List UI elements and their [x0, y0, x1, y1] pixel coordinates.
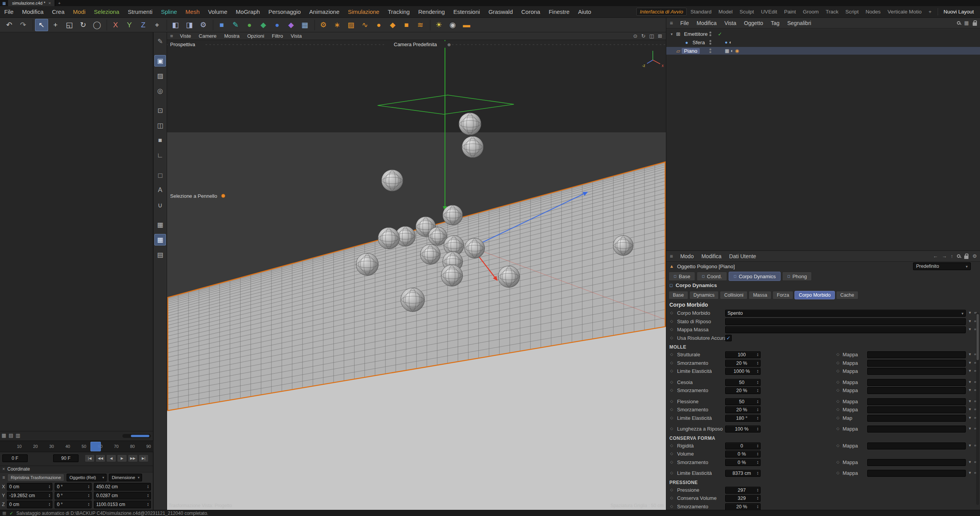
size-input-x[interactable]: 450.02 cm▴▾: [94, 483, 151, 491]
key-diamond-icon[interactable]: ◇: [670, 388, 673, 392]
value-stepper[interactable]: ▴▾: [757, 381, 758, 384]
menu-crea[interactable]: Crea: [48, 6, 69, 17]
value-stepper[interactable]: ▴▾: [88, 485, 89, 489]
value-stepper[interactable]: ▴▾: [757, 427, 758, 431]
viewport-menu-camere[interactable]: Camere: [195, 33, 220, 39]
timeline-playhead[interactable]: [90, 442, 101, 451]
rotate-tool[interactable]: ↻: [77, 19, 90, 31]
sphere-object[interactable]: [420, 244, 440, 264]
expand-icon[interactable]: ▾: [969, 379, 971, 384]
mappa-field[interactable]: [867, 360, 966, 367]
size-input-z[interactable]: 1100.0153 cm▴▾: [94, 501, 151, 508]
particle-emitter-button[interactable]: ∗: [331, 19, 344, 31]
param-input[interactable]: 50▴▾: [725, 379, 761, 386]
object-row-piano[interactable]: ▱Piano▦◐◉: [666, 47, 980, 55]
close-icon[interactable]: ×: [2, 466, 5, 472]
key-diamond-icon[interactable]: ◇: [670, 369, 673, 373]
value-stepper[interactable]: ▴▾: [757, 505, 758, 509]
subtab-massa[interactable]: Massa: [749, 291, 771, 299]
param-checkbox[interactable]: ✓: [725, 335, 732, 341]
live-selection-tool[interactable]: ↖: [35, 19, 48, 31]
redo-icon[interactable]: ↷: [17, 19, 30, 31]
expand-icon[interactable]: ▾: [969, 319, 971, 324]
value-stepper[interactable]: ▴▾: [757, 353, 758, 357]
object-row-sfera[interactable]: ●Sfera●◐: [666, 38, 980, 46]
menu-finestre[interactable]: Finestre: [544, 6, 574, 17]
value-stepper[interactable]: ▴▾: [757, 444, 758, 448]
param-input[interactable]: 20 %▴▾: [725, 406, 761, 413]
layout-sculpt[interactable]: Sculpt: [736, 8, 757, 15]
previous-frame-button[interactable]: ◀: [106, 454, 116, 462]
value-stepper[interactable]: ▴▾: [757, 400, 758, 404]
sphere-object[interactable]: [462, 136, 483, 158]
history-back-icon[interactable]: ←: [933, 253, 938, 259]
expand-icon[interactable]: ▾: [969, 352, 971, 357]
mappa-field[interactable]: [867, 387, 966, 394]
layout-verticale-motio[interactable]: Verticale Motio: [885, 8, 925, 15]
value-stepper[interactable]: ▴▾: [147, 494, 149, 498]
tab-phong[interactable]: ◻Phong: [782, 272, 812, 281]
param-input[interactable]: 0 %▴▾: [725, 459, 761, 466]
volumes-button[interactable]: ▦: [298, 19, 311, 31]
position-input-z[interactable]: 0 cm▴▾: [7, 501, 52, 508]
sphere-object[interactable]: [356, 253, 378, 276]
layout-paint[interactable]: Paint: [781, 8, 799, 15]
position-input-y[interactable]: -19.2652 cm▴▾: [7, 492, 52, 499]
sphere-object[interactable]: [465, 238, 485, 258]
object-row-emettitore[interactable]: ▾⊞Emettitore✓: [666, 30, 980, 38]
deformers-button[interactable]: ◆: [257, 19, 270, 31]
menu-modi[interactable]: Modi: [69, 6, 90, 17]
key-diamond-icon[interactable]: ◇: [836, 399, 840, 403]
key-diamond-icon[interactable]: ◇: [670, 319, 673, 323]
material-manager-panel[interactable]: [0, 32, 153, 431]
camera-label[interactable]: Camera Predefinita: [394, 42, 437, 47]
viewport-menu-opzioni[interactable]: Opzioni: [243, 33, 268, 39]
light-button[interactable]: ☀: [432, 19, 445, 31]
param-input[interactable]: 297▴▾: [725, 487, 761, 494]
scale-tool[interactable]: ◱: [63, 19, 76, 31]
layout-groom[interactable]: Groom: [800, 8, 822, 15]
lock-icon[interactable]: [964, 255, 968, 259]
softbody-button[interactable]: ●: [372, 19, 385, 31]
mappa-field[interactable]: [867, 368, 966, 375]
menu-graswald[interactable]: Graswald: [484, 6, 517, 17]
key-diamond-icon[interactable]: ◇: [670, 504, 673, 508]
move-tool[interactable]: +: [49, 19, 62, 31]
expand-icon[interactable]: ▾: [969, 327, 971, 332]
subtab-base[interactable]: Base: [669, 291, 688, 299]
menu-animazione[interactable]: Animazione: [305, 6, 343, 17]
subtab-corpo-morbido[interactable]: Corpo Morbido: [794, 291, 835, 299]
search-icon[interactable]: [957, 254, 960, 258]
sphere-tag[interactable]: ●: [725, 40, 727, 45]
enabled-check-icon[interactable]: ✓: [718, 31, 722, 37]
expand-icon[interactable]: ▾: [969, 360, 971, 365]
mograph-button[interactable]: ◆: [284, 19, 298, 31]
mappa-field[interactable]: [867, 406, 966, 413]
key-diamond-icon[interactable]: ◇: [836, 361, 840, 365]
edges-mode-button[interactable]: ◫: [154, 120, 166, 131]
om-menu-vista[interactable]: Vista: [721, 20, 740, 26]
make-editable-button[interactable]: ✎: [154, 35, 166, 47]
menu-corona[interactable]: Corona: [517, 6, 544, 17]
last-tool[interactable]: ◯: [90, 19, 104, 31]
timeline-zoom-slider[interactable]: [122, 434, 151, 438]
menu-tracking[interactable]: Tracking: [383, 6, 414, 17]
key-diamond-icon[interactable]: ◇: [836, 388, 840, 392]
phong-tag[interactable]: ◐: [731, 48, 733, 53]
render-picture-viewer-button[interactable]: ◨: [183, 19, 196, 31]
expand-icon[interactable]: ▾: [969, 399, 971, 404]
visibility-dots[interactable]: [709, 40, 711, 45]
key-diamond-icon[interactable]: ◇: [670, 311, 673, 315]
expand-icon[interactable]: ▾: [969, 459, 971, 464]
refresh-view-icon[interactable]: ↻: [641, 33, 646, 39]
key-diamond-icon[interactable]: ◇: [670, 407, 673, 411]
expand-icon[interactable]: ▾: [969, 443, 971, 448]
key-diamond-icon[interactable]: ◇: [836, 426, 840, 431]
timeline-ruler[interactable]: 102030405060708090: [0, 441, 153, 452]
key-diamond-icon[interactable]: ◇: [836, 369, 840, 373]
am-menu-dati-utente[interactable]: Dati Utente: [725, 253, 760, 259]
tab-base[interactable]: ◻Base: [669, 272, 695, 281]
key-diamond-icon[interactable]: ◇: [670, 496, 673, 500]
value-stepper[interactable]: ▴▾: [757, 389, 758, 392]
layers-icon[interactable]: ▤: [8, 433, 13, 438]
